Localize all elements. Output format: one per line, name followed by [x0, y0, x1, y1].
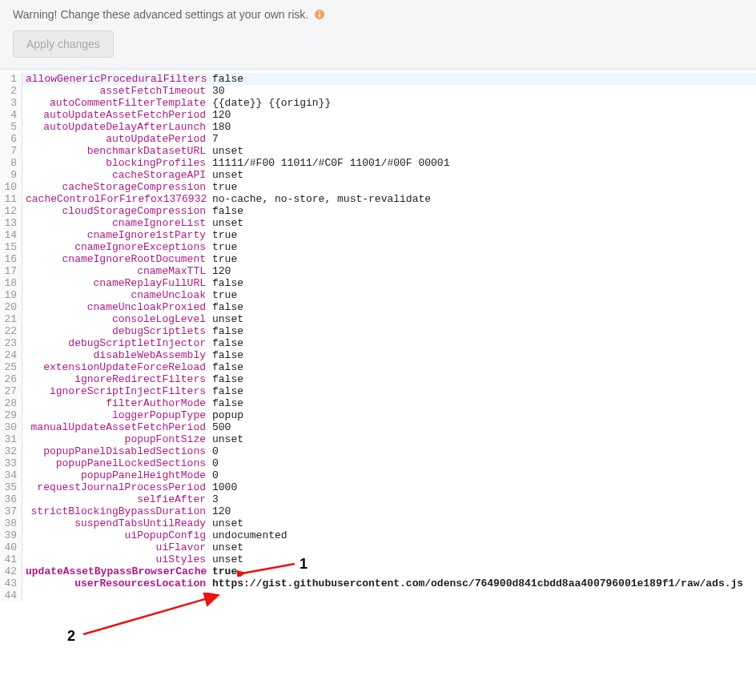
editor-line[interactable]: 29loggerPopupTypepopup — [0, 409, 756, 421]
editor-line[interactable]: 31popupFontSizeunset — [0, 433, 756, 445]
editor-line[interactable]: 34popupPanelHeightMode0 — [0, 469, 756, 481]
editor-line[interactable]: 4autoUpdateAssetFetchPeriod120 — [0, 109, 756, 121]
line-content[interactable]: filterAuthorModefalse — [22, 397, 756, 409]
editor-line[interactable]: 25extensionUpdateForceReloadfalse — [0, 361, 756, 373]
line-content[interactable]: cacheControlForFirefox1376932no-cache, n… — [22, 193, 756, 205]
setting-value[interactable]: 0 — [206, 445, 219, 457]
editor-line[interactable]: 10cacheStorageCompressiontrue — [0, 181, 756, 193]
line-content[interactable]: cnameUncloakProxiedfalse — [22, 301, 756, 313]
line-content[interactable]: autoUpdateAssetFetchPeriod120 — [22, 109, 756, 121]
line-content[interactable]: popupFontSizeunset — [22, 433, 756, 445]
editor-line[interactable]: 2assetFetchTimeout30 — [0, 85, 756, 97]
setting-value[interactable]: true — [206, 229, 237, 241]
line-content[interactable]: userResourcesLocationhttps://gist.github… — [22, 577, 756, 589]
editor-line[interactable]: 36selfieAfter3 — [0, 493, 756, 505]
line-content[interactable]: cnameUncloaktrue — [22, 289, 756, 301]
setting-value[interactable]: false — [206, 73, 243, 85]
setting-value[interactable]: 0 — [206, 469, 219, 481]
line-content[interactable]: ignoreScriptInjectFiltersfalse — [22, 385, 756, 397]
setting-value[interactable]: true — [206, 565, 237, 577]
setting-value[interactable]: true — [206, 289, 237, 301]
setting-value[interactable]: 0 — [206, 457, 219, 469]
line-content[interactable]: debugScriptletsfalse — [22, 325, 756, 337]
setting-value[interactable]: 180 — [206, 121, 231, 133]
info-icon[interactable] — [313, 8, 326, 21]
line-content[interactable]: cacheStorageAPIunset — [22, 169, 756, 181]
line-content[interactable]: extensionUpdateForceReloadfalse — [22, 361, 756, 373]
line-content[interactable]: manualUpdateAssetFetchPeriod500 — [22, 421, 756, 433]
editor-line[interactable]: 39uiPopupConfigundocumented — [0, 529, 756, 541]
editor-line[interactable]: 28filterAuthorModefalse — [0, 397, 756, 409]
setting-value[interactable]: 11111/#F00 11011/#C0F 11001/#00F 00001 — [206, 157, 449, 169]
line-content[interactable]: cnameIgnoreListunset — [22, 217, 756, 229]
setting-value[interactable]: unset — [206, 169, 243, 181]
editor-line[interactable]: 26ignoreRedirectFiltersfalse — [0, 373, 756, 385]
setting-value[interactable]: false — [206, 385, 243, 397]
editor-line[interactable]: 37strictBlockingBypassDuration120 — [0, 505, 756, 517]
setting-value[interactable]: 3 — [206, 493, 219, 505]
setting-value[interactable]: false — [206, 325, 243, 337]
setting-value[interactable]: 7 — [206, 133, 219, 145]
editor-line[interactable]: 6autoUpdatePeriod7 — [0, 133, 756, 145]
editor-line[interactable]: 24disableWebAssemblyfalse — [0, 349, 756, 361]
setting-value[interactable]: 120 — [206, 505, 231, 517]
editor-line[interactable]: 18cnameReplayFullURLfalse — [0, 277, 756, 289]
setting-value[interactable]: unset — [206, 433, 243, 445]
setting-value[interactable]: true — [206, 181, 237, 193]
setting-value[interactable]: false — [206, 349, 243, 361]
setting-value[interactable]: false — [206, 397, 243, 409]
setting-value[interactable]: false — [206, 301, 243, 313]
setting-value[interactable]: unset — [206, 145, 243, 157]
editor-line[interactable]: 41uiStylesunset — [0, 553, 756, 565]
line-content[interactable]: cnameIgnoreRootDocumenttrue — [22, 253, 756, 265]
editor-line[interactable]: 3autoCommentFilterTemplate{{date}} {{ori… — [0, 97, 756, 109]
editor-line[interactable]: 22debugScriptletsfalse — [0, 325, 756, 337]
setting-value[interactable]: 120 — [206, 109, 231, 121]
line-content[interactable]: strictBlockingBypassDuration120 — [22, 505, 756, 517]
setting-value[interactable]: false — [206, 361, 243, 373]
setting-value[interactable]: false — [206, 373, 243, 385]
line-content[interactable]: cnameMaxTTL120 — [22, 265, 756, 277]
setting-value[interactable]: no-cache, no-store, must-revalidate — [206, 193, 431, 205]
line-content[interactable]: uiFlavorunset — [22, 541, 756, 553]
line-content[interactable]: cnameReplayFullURLfalse — [22, 277, 756, 289]
line-content[interactable]: cnameIgnoreExceptionstrue — [22, 241, 756, 253]
line-content[interactable]: assetFetchTimeout30 — [22, 85, 756, 97]
line-content[interactable]: autoUpdatePeriod7 — [22, 133, 756, 145]
setting-value[interactable]: 500 — [206, 421, 231, 433]
setting-value[interactable]: unset — [206, 313, 243, 325]
editor-line[interactable]: 12cloudStorageCompressionfalse — [0, 205, 756, 217]
line-content[interactable] — [22, 589, 756, 601]
editor-line[interactable]: 11cacheControlForFirefox1376932no-cache,… — [0, 193, 756, 205]
advanced-settings-editor[interactable]: 1allowGenericProceduralFiltersfalse2asse… — [0, 73, 756, 601]
line-content[interactable]: debugScriptletInjectorfalse — [22, 337, 756, 349]
setting-value[interactable]: popup — [206, 409, 243, 421]
line-content[interactable]: autoUpdateDelayAfterLaunch180 — [22, 121, 756, 133]
editor-line[interactable]: 20cnameUncloakProxiedfalse — [0, 301, 756, 313]
editor-line[interactable]: 43userResourcesLocationhttps://gist.gith… — [0, 577, 756, 589]
setting-value[interactable]: 1000 — [206, 481, 237, 493]
line-content[interactable]: disableWebAssemblyfalse — [22, 349, 756, 361]
line-content[interactable]: requestJournalProcessPeriod1000 — [22, 481, 756, 493]
editor-line[interactable]: 8blockingProfiles11111/#F00 11011/#C0F 1… — [0, 157, 756, 169]
editor-line[interactable]: 27ignoreScriptInjectFiltersfalse — [0, 385, 756, 397]
line-content[interactable]: ignoreRedirectFiltersfalse — [22, 373, 756, 385]
setting-value[interactable]: true — [206, 253, 237, 265]
editor-line[interactable]: 44 — [0, 589, 756, 601]
line-content[interactable]: popupPanelHeightMode0 — [22, 469, 756, 481]
line-content[interactable]: consoleLogLevelunset — [22, 313, 756, 325]
editor-line[interactable]: 9cacheStorageAPIunset — [0, 169, 756, 181]
setting-value[interactable]: unset — [206, 553, 243, 565]
setting-value[interactable]: 30 — [206, 85, 225, 97]
setting-value[interactable]: unset — [206, 217, 243, 229]
editor-line[interactable]: 42updateAssetBypassBrowserCachetrue — [0, 565, 756, 577]
line-content[interactable]: autoCommentFilterTemplate{{date}} {{orig… — [22, 97, 756, 109]
setting-value[interactable]: false — [206, 205, 243, 217]
setting-value[interactable]: {{date}} {{origin}} — [206, 97, 331, 109]
editor-line[interactable]: 19cnameUncloaktrue — [0, 289, 756, 301]
line-content[interactable]: cloudStorageCompressionfalse — [22, 205, 756, 217]
editor-line[interactable]: 15cnameIgnoreExceptionstrue — [0, 241, 756, 253]
setting-value[interactable]: https://gist.githubusercontent.com/odens… — [206, 577, 743, 589]
editor-line[interactable]: 23debugScriptletInjectorfalse — [0, 337, 756, 349]
editor-line[interactable]: 1allowGenericProceduralFiltersfalse — [0, 73, 756, 85]
